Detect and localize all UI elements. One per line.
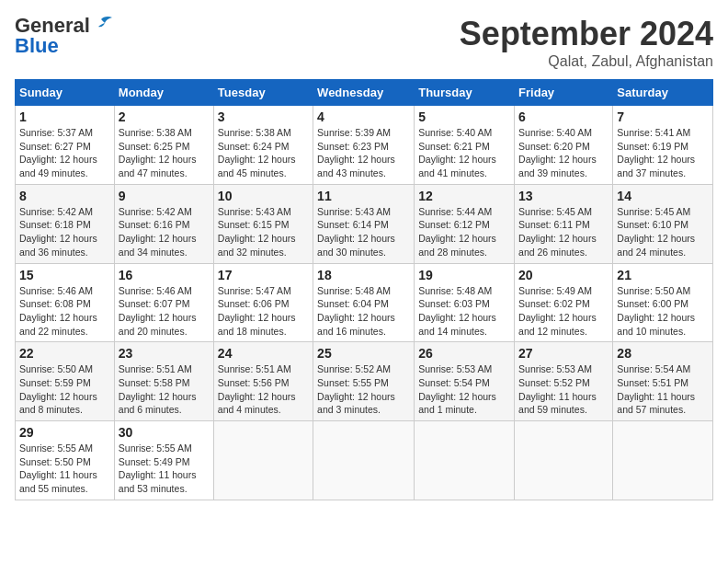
month-title: September 2024 — [460, 15, 713, 53]
calendar-cell: 18Sunrise: 5:48 AMSunset: 6:04 PMDayligh… — [313, 263, 415, 342]
calendar-cell: 26Sunrise: 5:53 AMSunset: 5:54 PMDayligh… — [415, 342, 515, 421]
column-header-monday: Monday — [114, 80, 213, 106]
title-section: September 2024 Qalat, Zabul, Afghanistan — [460, 15, 713, 70]
day-number: 16 — [119, 268, 210, 282]
calendar-cell: 16Sunrise: 5:46 AMSunset: 6:07 PMDayligh… — [114, 263, 213, 342]
location-title: Qalat, Zabul, Afghanistan — [460, 53, 713, 70]
calendar-cell: 3Sunrise: 5:38 AMSunset: 6:24 PMDaylight… — [213, 106, 313, 185]
day-info: Sunrise: 5:46 AMSunset: 6:08 PMDaylight:… — [19, 284, 110, 339]
day-info: Sunrise: 5:53 AMSunset: 5:52 PMDaylight:… — [518, 362, 609, 417]
day-number: 11 — [317, 189, 410, 203]
calendar-cell: 22Sunrise: 5:50 AMSunset: 5:59 PMDayligh… — [16, 342, 115, 421]
day-number: 30 — [119, 425, 210, 440]
day-info: Sunrise: 5:47 AMSunset: 6:06 PMDaylight:… — [218, 284, 309, 339]
day-number: 6 — [518, 109, 609, 124]
day-info: Sunrise: 5:44 AMSunset: 6:12 PMDaylight:… — [418, 205, 510, 259]
day-number: 18 — [317, 268, 410, 282]
logo-bird-icon — [92, 16, 112, 32]
day-info: Sunrise: 5:54 AMSunset: 5:51 PMDaylight:… — [617, 362, 709, 417]
column-header-tuesday: Tuesday — [213, 80, 313, 106]
day-info: Sunrise: 5:51 AMSunset: 5:58 PMDaylight:… — [119, 362, 210, 417]
day-number: 29 — [19, 425, 110, 440]
calendar-table: SundayMondayTuesdayWednesdayThursdayFrid… — [15, 79, 713, 500]
calendar-row: 29Sunrise: 5:55 AMSunset: 5:50 PMDayligh… — [16, 421, 713, 500]
day-number: 8 — [19, 189, 110, 203]
calendar-cell: 21Sunrise: 5:50 AMSunset: 6:00 PMDayligh… — [613, 263, 713, 342]
day-number: 20 — [518, 268, 609, 282]
day-info: Sunrise: 5:38 AMSunset: 6:24 PMDaylight:… — [218, 126, 309, 180]
day-info: Sunrise: 5:43 AMSunset: 6:15 PMDaylight:… — [218, 205, 309, 259]
day-number: 3 — [218, 109, 309, 124]
calendar-row: 22Sunrise: 5:50 AMSunset: 5:59 PMDayligh… — [16, 342, 713, 421]
day-info: Sunrise: 5:48 AMSunset: 6:03 PMDaylight:… — [418, 284, 510, 339]
day-info: Sunrise: 5:52 AMSunset: 5:55 PMDaylight:… — [317, 362, 410, 417]
calendar-row: 15Sunrise: 5:46 AMSunset: 6:08 PMDayligh… — [16, 263, 713, 342]
day-number: 28 — [617, 346, 709, 361]
day-info: Sunrise: 5:55 AMSunset: 5:49 PMDaylight:… — [119, 442, 210, 496]
day-number: 14 — [617, 189, 709, 203]
day-info: Sunrise: 5:40 AMSunset: 6:20 PMDaylight:… — [518, 126, 609, 180]
day-info: Sunrise: 5:50 AMSunset: 5:59 PMDaylight:… — [19, 362, 110, 417]
day-number: 7 — [617, 109, 709, 124]
calendar-cell — [415, 421, 515, 500]
day-info: Sunrise: 5:46 AMSunset: 6:07 PMDaylight:… — [119, 284, 210, 339]
day-info: Sunrise: 5:45 AMSunset: 6:11 PMDaylight:… — [518, 205, 609, 259]
calendar-cell: 28Sunrise: 5:54 AMSunset: 5:51 PMDayligh… — [613, 342, 713, 421]
calendar-cell: 24Sunrise: 5:51 AMSunset: 5:56 PMDayligh… — [213, 342, 313, 421]
calendar-cell: 2Sunrise: 5:38 AMSunset: 6:25 PMDaylight… — [114, 106, 213, 185]
day-info: Sunrise: 5:42 AMSunset: 6:18 PMDaylight:… — [19, 205, 110, 259]
day-number: 26 — [418, 346, 510, 361]
calendar-cell: 7Sunrise: 5:41 AMSunset: 6:19 PMDaylight… — [613, 106, 713, 185]
column-header-saturday: Saturday — [613, 80, 713, 106]
calendar-cell — [213, 421, 313, 500]
day-number: 15 — [19, 268, 110, 282]
day-info: Sunrise: 5:41 AMSunset: 6:19 PMDaylight:… — [617, 126, 709, 180]
calendar-cell: 14Sunrise: 5:45 AMSunset: 6:10 PMDayligh… — [613, 184, 713, 263]
calendar-cell: 9Sunrise: 5:42 AMSunset: 6:16 PMDaylight… — [114, 184, 213, 263]
day-info: Sunrise: 5:40 AMSunset: 6:21 PMDaylight:… — [418, 126, 510, 180]
calendar-cell: 17Sunrise: 5:47 AMSunset: 6:06 PMDayligh… — [213, 263, 313, 342]
page-header: General Blue September 2024 Qalat, Zabul… — [15, 15, 713, 70]
day-number: 9 — [119, 189, 210, 203]
day-number: 12 — [418, 189, 510, 203]
day-number: 1 — [19, 109, 110, 124]
calendar-cell: 13Sunrise: 5:45 AMSunset: 6:11 PMDayligh… — [515, 184, 613, 263]
calendar-cell: 29Sunrise: 5:55 AMSunset: 5:50 PMDayligh… — [16, 421, 115, 500]
day-number: 27 — [518, 346, 609, 361]
logo: General Blue — [15, 15, 112, 57]
calendar-cell: 5Sunrise: 5:40 AMSunset: 6:21 PMDaylight… — [415, 106, 515, 185]
header-row: SundayMondayTuesdayWednesdayThursdayFrid… — [16, 80, 713, 106]
day-number: 21 — [617, 268, 709, 282]
day-info: Sunrise: 5:51 AMSunset: 5:56 PMDaylight:… — [218, 362, 309, 417]
calendar-cell: 20Sunrise: 5:49 AMSunset: 6:02 PMDayligh… — [515, 263, 613, 342]
day-number: 24 — [218, 346, 309, 361]
column-header-wednesday: Wednesday — [313, 80, 415, 106]
day-info: Sunrise: 5:48 AMSunset: 6:04 PMDaylight:… — [317, 284, 410, 339]
column-header-friday: Friday — [515, 80, 613, 106]
day-info: Sunrise: 5:49 AMSunset: 6:02 PMDaylight:… — [518, 284, 609, 339]
day-info: Sunrise: 5:53 AMSunset: 5:54 PMDaylight:… — [418, 362, 510, 417]
calendar-cell: 8Sunrise: 5:42 AMSunset: 6:18 PMDaylight… — [16, 184, 115, 263]
column-header-thursday: Thursday — [415, 80, 515, 106]
calendar-cell — [613, 421, 713, 500]
calendar-cell: 27Sunrise: 5:53 AMSunset: 5:52 PMDayligh… — [515, 342, 613, 421]
day-number: 23 — [119, 346, 210, 361]
calendar-cell: 30Sunrise: 5:55 AMSunset: 5:49 PMDayligh… — [114, 421, 213, 500]
day-info: Sunrise: 5:38 AMSunset: 6:25 PMDaylight:… — [119, 126, 210, 180]
calendar-cell — [313, 421, 415, 500]
day-info: Sunrise: 5:50 AMSunset: 6:00 PMDaylight:… — [617, 284, 709, 339]
day-info: Sunrise: 5:42 AMSunset: 6:16 PMDaylight:… — [119, 205, 210, 259]
calendar-cell: 12Sunrise: 5:44 AMSunset: 6:12 PMDayligh… — [415, 184, 515, 263]
calendar-cell: 6Sunrise: 5:40 AMSunset: 6:20 PMDaylight… — [515, 106, 613, 185]
day-number: 19 — [418, 268, 510, 282]
calendar-cell — [515, 421, 613, 500]
day-info: Sunrise: 5:45 AMSunset: 6:10 PMDaylight:… — [617, 205, 709, 259]
day-number: 10 — [218, 189, 309, 203]
day-number: 13 — [518, 189, 609, 203]
day-number: 17 — [218, 268, 309, 282]
day-number: 25 — [317, 346, 410, 361]
column-header-sunday: Sunday — [16, 80, 115, 106]
day-info: Sunrise: 5:43 AMSunset: 6:14 PMDaylight:… — [317, 205, 410, 259]
day-info: Sunrise: 5:37 AMSunset: 6:27 PMDaylight:… — [19, 126, 110, 180]
day-number: 4 — [317, 109, 410, 124]
